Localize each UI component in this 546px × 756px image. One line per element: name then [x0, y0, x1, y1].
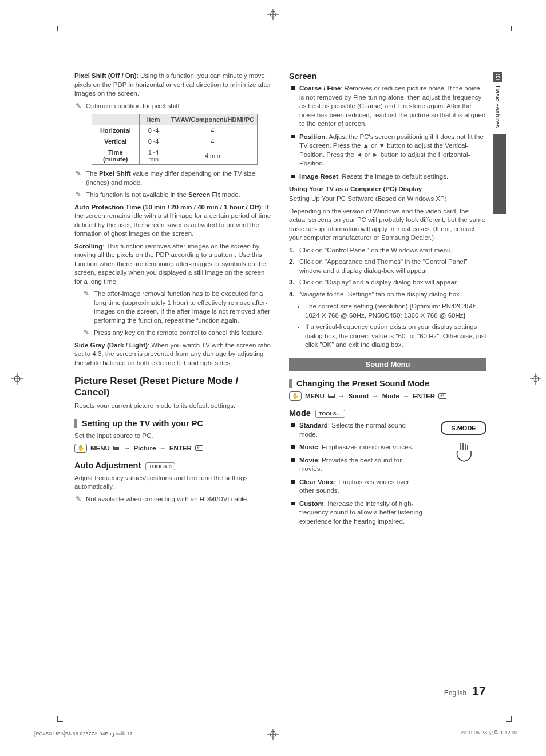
list-item: The correct size setting (resolution) [O… — [305, 302, 486, 320]
mode-heading: Mode TOOLS ♫ — [289, 409, 486, 418]
picture-reset-body: Resets your current picture mode to its … — [74, 402, 272, 411]
registration-icon — [11, 373, 23, 385]
list-item: Coarse / Fine: Removes or reduces pictur… — [289, 84, 486, 129]
note-icon: ✎ — [82, 290, 90, 325]
th-item: Item — [139, 114, 168, 125]
note-screen-fit: ✎This function is not available in the S… — [74, 191, 272, 200]
th-source: TV/AV/Component/HDMI/PC — [168, 114, 257, 125]
menu-icon — [328, 394, 335, 398]
list-item: Standard: Selects the normal sound mode. — [289, 421, 425, 439]
note-icon: ✎ — [74, 191, 82, 200]
side-gray-para: Side Gray (Dark / Light): When you watch… — [74, 341, 272, 368]
registration-icon — [267, 729, 279, 740]
list-item: 2.Click on "Appearance and Themes" in th… — [289, 258, 486, 275]
tools-badge: TOOLS ♫ — [315, 410, 345, 418]
hand-press-icon — [441, 437, 486, 468]
pc-display-p1: Setting Up Your PC Software (Based on Wi… — [289, 195, 486, 204]
enter-icon — [438, 393, 446, 399]
table-row: Vertical0~44 — [92, 136, 258, 147]
list-item: Position: Adjust the PC's screen positio… — [289, 133, 486, 168]
pc-setup-heading: Setting up the TV with your PC — [74, 419, 272, 428]
auto-adjustment-body: Adjust frequency values/positions and fi… — [74, 474, 272, 492]
list-item: Custom: Increase the intensity of high-f… — [289, 500, 425, 527]
th-blank — [92, 114, 140, 125]
hand-icon: ✋ — [74, 444, 87, 453]
side-tab: 03 Basic Features — [493, 72, 506, 214]
table-row: Horizontal0~44 — [92, 125, 258, 136]
heading-bar-icon — [74, 419, 77, 428]
list-item: Music: Emphasizes music over voices. — [289, 443, 425, 452]
list-item: If a vertical-frequency option exists on… — [305, 323, 486, 350]
pixel-shift-table: ItemTV/AV/Component/HDMI/PC Horizontal0~… — [92, 114, 258, 165]
crop-mark-br — [506, 716, 512, 722]
list-item: Clear Voice: Emphasizes voices over othe… — [289, 478, 425, 496]
note-icon: ✎ — [74, 102, 82, 111]
note-icon: ✎ — [74, 169, 82, 187]
pixel-shift-para: Pixel Shift (Off / On): Using this funct… — [74, 72, 272, 98]
crop-mark-tl — [57, 26, 63, 31]
pc-display-bullets: The correct size setting (resolution) [O… — [289, 302, 486, 350]
list-item: Image Reset: Resets the image to default… — [289, 172, 486, 181]
preset-sound-nav: ✋ MENU → Sound → Mode → ENTER — [289, 391, 486, 401]
side-tab-filler — [493, 134, 506, 214]
list-item: 3.Click on "Display" and a display dialo… — [289, 278, 486, 287]
left-column: Pixel Shift (Off / On): Using this funct… — [74, 72, 272, 533]
pc-display-p2: Depending on the version of Windows and … — [289, 207, 486, 243]
sound-menu-bar: Sound Menu — [289, 358, 486, 371]
print-slug-left: [PC450-USA]BN68-02577A-04Eng.indb 17 — [34, 731, 133, 737]
list-item: Movie: Provides the best sound for movie… — [289, 456, 425, 474]
chapter-number: 03 — [493, 72, 502, 82]
page-content: Pixel Shift (Off / On): Using this funct… — [74, 72, 486, 533]
menu-icon — [113, 446, 120, 450]
list-item: 4.Navigate to the "Settings" tab on the … — [289, 290, 486, 299]
hand-icon: ✋ — [289, 391, 302, 401]
registration-icon — [267, 9, 279, 20]
pc-display-steps: 1.Click on "Control Panel" on the Window… — [289, 246, 486, 299]
footer-lang: English — [444, 689, 466, 697]
crop-mark-tr — [506, 26, 512, 31]
right-column: Screen Coarse / Fine: Removes or reduces… — [289, 72, 486, 533]
note-scrolling-long: ✎The after-image removal function has to… — [74, 290, 272, 325]
note-scrolling-cancel: ✎Press any key on the remote control to … — [74, 328, 272, 338]
note-optimum: ✎Optimum condition for pixel shift — [74, 102, 272, 111]
tools-badge: TOOLS ♫ — [145, 462, 175, 470]
note-hdmi-dvi: ✎Not available when connecting with an H… — [74, 495, 272, 504]
list-item: 1.Click on "Control Panel" on the Window… — [289, 246, 486, 255]
enter-icon — [195, 445, 203, 451]
crop-mark-bl — [57, 716, 63, 722]
auto-protection-para: Auto Protection Time (10 min / 20 min / … — [74, 203, 272, 239]
note-icon: ✎ — [82, 328, 90, 338]
auto-adjustment-heading: Auto Adjustment TOOLS ♫ — [74, 461, 272, 470]
page-footer: English 17 — [444, 684, 486, 699]
smode-remote-graphic: S.MODE — [441, 421, 486, 473]
picture-reset-heading: Picture Reset (Reset Picture Mode / Canc… — [74, 375, 272, 398]
scrolling-para: Scrolling: This function removes after-i… — [74, 242, 272, 287]
note-pixel-shift-differ: ✎The Pixel Shift value may differ depend… — [74, 169, 272, 187]
pc-setup-body: Set the input source to PC. — [74, 432, 272, 441]
page-number: 17 — [472, 684, 486, 698]
table-row: Time (minute)1~4 min4 min — [92, 147, 258, 165]
note-icon: ✎ — [74, 495, 82, 504]
heading-bar-icon — [289, 379, 292, 388]
print-slug-right: 2010-06-23 오후 1:12:00 — [461, 729, 517, 737]
screen-heading: Screen — [289, 72, 486, 81]
registration-icon — [530, 373, 541, 385]
smode-button: S.MODE — [441, 421, 486, 435]
chapter-label: Basic Features — [493, 82, 503, 131]
preset-sound-heading: Changing the Preset Sound Mode — [289, 379, 486, 388]
screen-list: Coarse / Fine: Removes or reduces pictur… — [289, 84, 486, 181]
pc-display-heading: Using Your TV as a Computer (PC) Display — [289, 185, 486, 192]
mode-list: Standard: Selects the normal sound mode.… — [289, 421, 425, 530]
pc-setup-nav: ✋ MENU → Picture → ENTER — [74, 444, 272, 453]
